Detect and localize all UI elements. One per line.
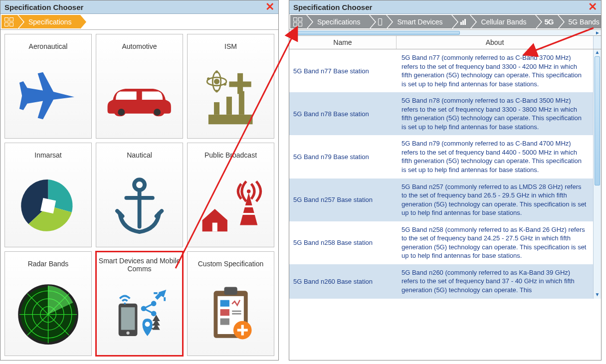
tile-label: Inmarsat — [32, 143, 63, 165]
scroll-track[interactable] — [296, 31, 594, 35]
table-row[interactable]: 5G Band n78 Base station 5G Band n78 (co… — [289, 92, 593, 135]
tile-grid: Aeronautical Automotive ISM — [0, 30, 278, 360]
grid-icon — [293, 17, 302, 26]
svg-rect-22 — [212, 223, 217, 232]
table-body: 5G Band n77 Base station 5G Band n77 (co… — [289, 49, 601, 299]
breadcrumb-root-icon[interactable] — [290, 15, 306, 28]
tile-automotive[interactable]: Automotive — [96, 34, 183, 139]
clipboard-icon — [188, 274, 274, 356]
close-icon[interactable]: ✕ — [265, 2, 274, 11]
table-row[interactable]: 5G Band n257 Base station 5G Band n257 (… — [289, 179, 593, 221]
svg-rect-50 — [232, 313, 241, 315]
left-breadcrumbs: Specifications — [0, 14, 278, 30]
tile-label: Nautical — [125, 143, 154, 165]
breadcrumb-specifications[interactable]: Specifications — [17, 15, 80, 28]
tile-label: Aeronautical — [27, 34, 70, 56]
breadcrumb-label: Smart Devices — [397, 18, 442, 26]
svg-rect-41 — [164, 298, 166, 302]
right-title: Specification Chooser — [293, 3, 372, 11]
svg-point-33 — [127, 332, 130, 335]
tile-nautical[interactable]: Nautical — [96, 143, 183, 247]
tower-icon — [460, 19, 466, 25]
breadcrumb-root-icon[interactable] — [1, 15, 17, 28]
table-row[interactable]: 5G Band n79 Base station 5G Band n79 (co… — [289, 135, 593, 178]
svg-rect-46 — [220, 300, 229, 307]
cell-about: 5G Band n257 (commonly referred to as LM… — [397, 179, 593, 221]
svg-point-34 — [124, 303, 126, 305]
tile-radar-bands[interactable]: Radar Bands — [4, 251, 92, 356]
svg-rect-15 — [40, 198, 56, 213]
svg-rect-13 — [226, 97, 232, 115]
grid-icon — [4, 17, 13, 26]
tile-label: Smart Devices and Mobile Comms — [96, 252, 183, 276]
scroll-up-icon[interactable]: ▲ — [594, 49, 601, 56]
tile-label: ISM — [222, 34, 239, 56]
close-icon[interactable]: ✕ — [588, 2, 597, 11]
svg-rect-47 — [220, 310, 229, 316]
tile-ism[interactable]: ISM — [187, 34, 274, 139]
svg-line-39 — [144, 309, 154, 314]
left-title: Specification Chooser — [4, 3, 83, 11]
scroll-down-icon[interactable]: ▼ — [594, 292, 601, 299]
scroll-thumb[interactable] — [595, 56, 600, 185]
radar-icon — [5, 274, 91, 356]
scroll-left-icon[interactable]: ◄ — [289, 30, 296, 35]
left-titlebar: Specification Chooser ✕ — [0, 0, 278, 14]
ism-icon — [188, 56, 274, 138]
scroll-right-icon[interactable]: ► — [594, 30, 601, 35]
tile-inmarsat[interactable]: Inmarsat — [4, 143, 92, 247]
cell-name: 5G Band n78 Base station — [289, 92, 397, 135]
anchor-icon — [96, 165, 183, 247]
svg-point-42 — [145, 322, 150, 327]
right-breadcrumbs: Specifications Smart Devices Cellular Ba… — [289, 14, 601, 30]
tile-label: Radar Bands — [26, 252, 71, 274]
breadcrumb-smart-devices[interactable]: Smart Devices — [386, 15, 451, 28]
tile-label: Automotive — [120, 34, 159, 56]
breadcrumb-scrollbar[interactable]: ◄ ► — [289, 30, 601, 36]
svg-line-38 — [144, 304, 154, 309]
smart-devices-icon — [96, 276, 183, 356]
tile-custom-specification[interactable]: Custom Specification — [187, 251, 274, 356]
svg-point-5 — [207, 77, 210, 80]
cell-about: 5G Band n258 (commonly referred to as K-… — [397, 221, 593, 264]
tile-aeronautical[interactable]: Aeronautical — [4, 34, 92, 139]
svg-point-1 — [154, 109, 161, 116]
breadcrumb-specifications[interactable]: Specifications — [306, 15, 369, 28]
cell-name: 5G Band n257 Base station — [289, 179, 397, 221]
svg-rect-48 — [220, 319, 229, 325]
cell-about: 5G Band n260 (commonly referred to as Ka… — [397, 264, 593, 299]
tile-smart-devices[interactable]: Smart Devices and Mobile Comms — [96, 251, 183, 356]
cell-name: 5G Band n260 Base station — [289, 264, 397, 299]
car-icon — [96, 56, 183, 138]
tile-public-broadcast[interactable]: Public Broadcast — [187, 143, 274, 247]
cell-name: 5G Band n79 Base station — [289, 135, 397, 178]
svg-point-0 — [118, 109, 125, 116]
vertical-scrollbar[interactable]: ▲ ▼ — [593, 49, 601, 299]
svg-rect-40 — [154, 292, 158, 294]
scroll-track[interactable] — [594, 56, 601, 292]
cell-name: 5G Band n258 Base station — [289, 221, 397, 264]
cell-name: 5G Band n77 Base station — [289, 49, 397, 92]
table-row[interactable]: 5G Band n77 Base station 5G Band n77 (co… — [289, 49, 593, 92]
scroll-thumb[interactable] — [296, 31, 460, 35]
breadcrumb-label: Specifications — [28, 18, 71, 26]
breadcrumb-cellular-bands[interactable]: Cellular Bands — [470, 15, 535, 28]
column-about[interactable]: About — [397, 36, 593, 49]
tile-label: Public Broadcast — [202, 143, 259, 165]
svg-rect-53 — [237, 329, 248, 332]
breadcrumb-label: Cellular Bands — [481, 18, 526, 26]
table-header: Name About — [289, 36, 601, 49]
svg-rect-49 — [232, 311, 241, 312]
cell-about: 5G Band n77 (commonly referred to as C-B… — [397, 49, 593, 92]
svg-point-2 — [214, 79, 219, 84]
right-titlebar: Specification Chooser ✕ — [289, 0, 601, 14]
broadcast-icon — [188, 165, 274, 247]
cell-about: 5G Band n78 (commonly referred to as C-B… — [397, 92, 593, 135]
svg-rect-12 — [214, 102, 219, 115]
svg-point-7 — [215, 70, 218, 73]
column-name[interactable]: Name — [289, 36, 397, 49]
left-panel: Specification Chooser ✕ Specifications A… — [0, 0, 279, 361]
tile-label: Custom Specification — [196, 252, 266, 274]
table-row[interactable]: 5G Band n260 Base station 5G Band n260 (… — [289, 264, 593, 299]
table-row[interactable]: 5G Band n258 Base station 5G Band n258 (… — [289, 221, 593, 264]
